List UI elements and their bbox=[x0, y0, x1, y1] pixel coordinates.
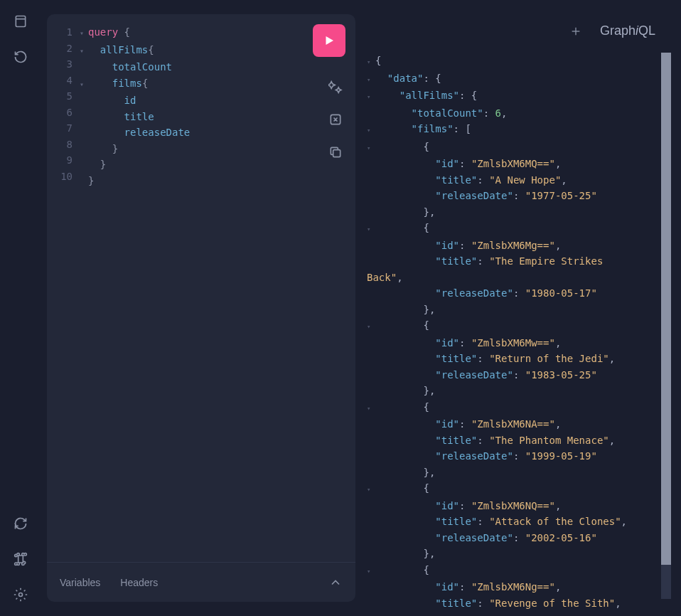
graphiql-logo: GraphiQL bbox=[600, 23, 655, 38]
results-panel: GraphiQL ▾{▾ "data": {▾ "allFilms": { "t… bbox=[361, 0, 681, 616]
tab-variables[interactable]: Variables bbox=[60, 577, 100, 588]
main-area: 12345678910 ▾query {▾ allFilms{ totalCou… bbox=[41, 0, 681, 616]
sidebar bbox=[0, 0, 41, 616]
history-icon[interactable] bbox=[14, 50, 28, 64]
svg-marker-3 bbox=[326, 36, 334, 45]
prettify-icon[interactable] bbox=[328, 80, 343, 94]
scrollbar-thumb[interactable] bbox=[661, 53, 671, 565]
copy-icon[interactable] bbox=[328, 145, 343, 159]
docs-icon[interactable] bbox=[14, 14, 28, 28]
line-gutter: 12345678910 bbox=[47, 24, 80, 555]
add-tab-icon[interactable] bbox=[570, 26, 581, 37]
query-editor[interactable]: 12345678910 ▾query {▾ allFilms{ totalCou… bbox=[47, 14, 355, 562]
query-editor-panel: 12345678910 ▾query {▾ allFilms{ totalCou… bbox=[47, 14, 355, 602]
chevron-up-icon[interactable] bbox=[328, 575, 343, 590]
scrollbar[interactable] bbox=[661, 53, 671, 599]
results-header: GraphiQL bbox=[570, 23, 655, 38]
svg-rect-5 bbox=[333, 150, 340, 157]
code-area[interactable]: ▾query {▾ allFilms{ totalCount▾ films{ i… bbox=[80, 24, 348, 555]
editor-tabs: Variables Headers bbox=[47, 562, 355, 602]
execute-button[interactable] bbox=[313, 24, 345, 57]
refresh-icon[interactable] bbox=[14, 516, 28, 531]
response-viewer[interactable]: ▾{▾ "data": {▾ "allFilms": { "totalCount… bbox=[364, 53, 681, 615]
svg-point-2 bbox=[19, 593, 23, 597]
tab-headers[interactable]: Headers bbox=[120, 577, 158, 588]
shortcuts-icon[interactable] bbox=[14, 552, 28, 566]
settings-icon[interactable] bbox=[14, 588, 28, 602]
svg-rect-0 bbox=[16, 16, 25, 27]
merge-icon[interactable] bbox=[328, 112, 343, 127]
editor-tools bbox=[328, 80, 343, 159]
